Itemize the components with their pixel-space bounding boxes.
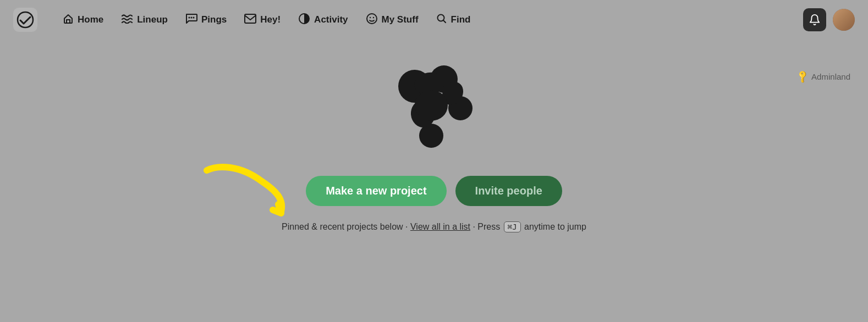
nav-item-activity[interactable]: Activity <box>290 8 355 32</box>
svg-point-1 <box>188 16 190 18</box>
arrow-decoration <box>196 159 306 220</box>
find-icon <box>436 13 447 27</box>
nav-item-home[interactable]: Home <box>55 9 111 31</box>
nav-item-lineup[interactable]: Lineup <box>113 9 175 31</box>
subtitle-end: anytime to jump <box>522 222 586 231</box>
svg-rect-4 <box>245 14 256 23</box>
nav-label-lineup: Lineup <box>137 14 168 25</box>
navbar-right <box>803 8 855 31</box>
nav-item-find[interactable]: Find <box>428 9 479 31</box>
invite-people-button[interactable]: Invite people <box>455 176 562 206</box>
navbar: Home Lineup Pings <box>0 0 868 40</box>
keyboard-shortcut: ⌘J <box>504 221 521 232</box>
basecamp-logo <box>379 56 489 160</box>
nav-label-mystuff: My Stuff <box>382 14 419 25</box>
svg-point-2 <box>190 16 192 18</box>
buttons-row: Make a new project Invite people <box>306 176 562 206</box>
new-project-button[interactable]: Make a new project <box>306 176 446 206</box>
notifications-button[interactable] <box>803 8 826 31</box>
view-all-link[interactable]: View all in a list <box>410 222 470 231</box>
subtitle-text: Pinned & recent projects below · <box>282 222 410 231</box>
svg-point-5 <box>367 14 377 24</box>
nav-label-activity: Activity <box>314 14 348 25</box>
nav-label-home: Home <box>78 14 103 25</box>
nav-label-hey: Hey! <box>260 14 281 25</box>
svg-point-16 <box>415 90 448 121</box>
svg-point-6 <box>369 16 370 18</box>
svg-rect-0 <box>13 8 37 32</box>
lineup-icon <box>121 14 133 26</box>
avatar[interactable] <box>833 9 855 31</box>
main-content: Make a new project Invite people Pinned … <box>0 40 868 232</box>
svg-point-7 <box>372 16 373 18</box>
nav-item-hey[interactable]: Hey! <box>237 9 288 31</box>
nav-label-find: Find <box>451 14 471 25</box>
subtitle-after: · Press <box>470 222 503 231</box>
activity-icon <box>298 13 310 27</box>
subtitle: Pinned & recent projects below · View al… <box>282 221 586 232</box>
nav-item-pings[interactable]: Pings <box>178 9 234 31</box>
pings-icon <box>185 13 197 27</box>
nav-item-mystuff[interactable]: My Stuff <box>358 8 426 32</box>
svg-point-3 <box>193 16 194 18</box>
home-icon <box>63 13 74 27</box>
hey-icon <box>244 14 256 26</box>
navbar-links: Home Lineup Pings <box>55 8 803 32</box>
nav-label-pings: Pings <box>201 14 227 25</box>
navbar-logo[interactable] <box>13 8 37 32</box>
mystuff-icon <box>366 13 378 27</box>
